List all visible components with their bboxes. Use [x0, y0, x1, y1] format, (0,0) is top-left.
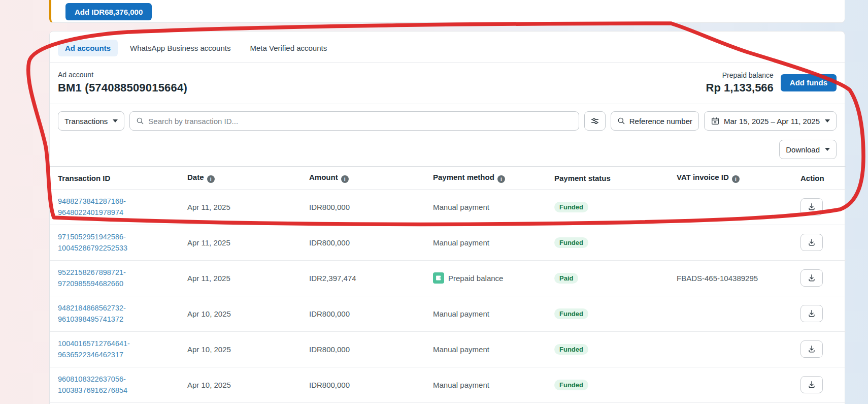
ad-account-label: Ad account	[58, 71, 187, 79]
calendar-icon	[711, 116, 720, 126]
col-date: Datei	[179, 167, 301, 190]
account-type-tabs: Ad accounts WhatsApp Business accounts M…	[50, 32, 845, 63]
table-row: 10040165712764641-9636522346462317Apr 10…	[50, 331, 846, 367]
status-badge: Funded	[554, 202, 588, 212]
download-invoice-button[interactable]	[800, 234, 823, 251]
table-row: 9488273841287168-9648022401978974Apr 11,…	[50, 190, 846, 225]
transaction-amount: IDR800,000	[301, 331, 425, 367]
date-range-label: Mar 15, 2025 – Apr 11, 2025	[724, 117, 820, 126]
download-invoice-button[interactable]	[800, 198, 823, 215]
chevron-down-icon	[825, 119, 830, 122]
download-invoice-button[interactable]	[800, 340, 823, 358]
reference-number-label: Reference number	[629, 117, 692, 126]
transaction-id-link[interactable]: 9522158267898721-9720985594682660	[58, 267, 126, 290]
transaction-amount: IDR800,000	[301, 367, 425, 402]
wallet-icon	[433, 272, 444, 284]
payment-method: Manual payment	[425, 331, 546, 367]
filter-toolbar: Transactions Reference number	[50, 104, 845, 131]
vat-invoice-id	[669, 331, 792, 367]
transaction-amount: IDR2,397,474	[301, 260, 425, 296]
payment-status-cell: Funded	[546, 331, 669, 367]
download-label: Download	[786, 145, 820, 154]
add-funds-promo-card: Add IDR68,376,000	[49, 0, 845, 23]
transaction-id-link[interactable]: 9715052951942586-10045286792252533	[58, 231, 127, 254]
transaction-date: Apr 11, 2025	[179, 260, 301, 296]
transaction-id-link[interactable]: 9482184868562732-9610398495741372	[58, 302, 126, 325]
account-header: Ad account BM1 (574088509015664) Prepaid…	[50, 63, 845, 104]
reference-number-button[interactable]: Reference number	[611, 111, 699, 131]
add-funds-button[interactable]: Add funds	[781, 74, 837, 91]
transaction-date: Apr 11, 2025	[179, 190, 301, 225]
transaction-date: Apr 11, 2025	[179, 225, 301, 260]
info-icon[interactable]: i	[341, 175, 349, 183]
search-input[interactable]	[148, 117, 572, 126]
vat-invoice-id	[669, 225, 792, 260]
col-payment-method: Payment methodi	[425, 167, 546, 190]
payment-method: Prepaid balance	[425, 260, 546, 296]
vat-invoice-id	[669, 190, 792, 225]
info-icon[interactable]: i	[497, 175, 505, 183]
tab-ad-accounts[interactable]: Ad accounts	[58, 40, 118, 56]
transactions-tbody: 9488273841287168-9648022401978974Apr 11,…	[50, 190, 846, 404]
payment-status-cell: Funded	[546, 296, 669, 331]
status-badge: Funded	[554, 380, 588, 390]
payment-method: Manual payment	[425, 225, 546, 260]
chevron-down-icon	[113, 119, 118, 122]
table-row: 9715052951942586-10045286792252533Apr 11…	[50, 225, 846, 260]
vat-invoice-id: FBADS-465-104389295	[669, 260, 792, 296]
payment-status-cell: Funded	[546, 367, 669, 402]
search-icon	[136, 117, 144, 125]
col-payment-status: Payment status	[546, 167, 669, 190]
table-row: 9522158267898721-9720985594682660Apr 11,…	[50, 260, 846, 296]
table-row: 9608108322637056-10038376916276854Apr 10…	[50, 367, 846, 402]
billing-page: { "top_bar": { "add_amount_button": "Add…	[0, 0, 868, 404]
tab-meta-verified-accounts[interactable]: Meta Verified accounts	[243, 40, 334, 56]
transaction-id-link[interactable]: 9488273841287168-9648022401978974	[58, 196, 126, 219]
prepaid-balance-label: Prepaid balance	[706, 71, 774, 79]
transaction-amount: IDR800,000	[301, 225, 425, 260]
vat-invoice-id	[669, 296, 792, 331]
transaction-id-link[interactable]: 9608108322637056-10038376916276854	[58, 374, 127, 396]
download-invoice-button[interactable]	[800, 269, 823, 287]
filter-settings-button[interactable]	[584, 111, 606, 131]
prepaid-balance-value: Rp 1,133,566	[706, 81, 774, 95]
search-icon	[617, 117, 625, 125]
info-icon[interactable]: i	[732, 175, 740, 183]
billing-activity-card: Ad accounts WhatsApp Business accounts M…	[49, 31, 845, 404]
info-icon[interactable]: i	[207, 175, 215, 183]
table-header-row: Transaction ID Datei Amounti Payment met…	[50, 167, 846, 190]
vat-invoice-id	[669, 367, 792, 402]
transaction-amount: IDR800,000	[301, 190, 425, 225]
filter-sliders-icon	[590, 116, 599, 126]
download-invoice-button[interactable]	[800, 376, 823, 393]
payment-status-cell: Funded	[546, 190, 669, 225]
col-transaction-id: Transaction ID	[50, 167, 179, 190]
table-row: 9482184868562732-9610398495741372Apr 10,…	[50, 296, 846, 331]
transaction-amount: IDR800,000	[301, 296, 425, 331]
status-badge: Funded	[554, 308, 588, 319]
transaction-search	[129, 111, 579, 131]
transaction-date: Apr 10, 2025	[179, 367, 301, 402]
download-button[interactable]: Download	[779, 140, 837, 159]
transaction-id-link[interactable]: 10040165712764641-9636522346462317	[58, 338, 130, 361]
transactions-type-label: Transactions	[64, 117, 108, 126]
col-action: Action	[792, 167, 846, 190]
transaction-date: Apr 10, 2025	[179, 296, 301, 331]
transaction-date: Apr 10, 2025	[179, 331, 301, 367]
tab-whatsapp-business-accounts[interactable]: WhatsApp Business accounts	[123, 40, 238, 56]
payment-method: Manual payment	[425, 367, 546, 402]
download-invoice-button[interactable]	[800, 305, 823, 322]
add-amount-button[interactable]: Add IDR68,376,000	[65, 3, 152, 20]
status-badge: Funded	[554, 344, 588, 355]
ad-account-name: BM1 (574088509015664)	[58, 81, 187, 95]
status-badge: Paid	[554, 273, 578, 284]
transactions-type-dropdown[interactable]: Transactions	[58, 111, 124, 131]
payment-status-cell: Funded	[546, 225, 669, 260]
col-vat-invoice-id: VAT invoice IDi	[669, 167, 792, 190]
payment-method: Manual payment	[425, 190, 546, 225]
transactions-table: Transaction ID Datei Amounti Payment met…	[50, 166, 846, 404]
col-amount: Amounti	[301, 167, 425, 190]
payment-status-cell: Paid	[546, 260, 669, 296]
payment-method: Manual payment	[425, 296, 546, 331]
date-range-picker[interactable]: Mar 15, 2025 – Apr 11, 2025	[704, 111, 837, 131]
